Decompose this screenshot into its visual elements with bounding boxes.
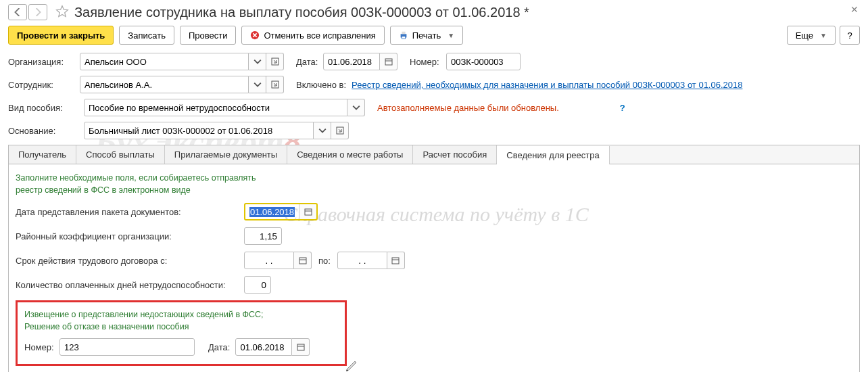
svg-rect-9 (305, 209, 312, 215)
date-input[interactable] (323, 53, 380, 70)
included-link[interactable]: Реестр сведений, необходимых для назначе… (352, 80, 742, 90)
doc-date-input[interactable]: 01.06.2018 (245, 204, 299, 219)
svg-rect-5 (385, 59, 392, 65)
auto-update-warning: Автозаполняемые данные были обновлены. (377, 103, 559, 113)
open-button[interactable] (331, 122, 349, 139)
basis-label: Основание: (8, 126, 84, 136)
page-title: Заявление сотрудника на выплату пособия … (74, 5, 529, 20)
tab-recipient[interactable]: Получатель (9, 145, 76, 164)
basis-input[interactable] (84, 122, 314, 139)
tab-workplace-info[interactable]: Сведения о месте работы (287, 145, 413, 164)
org-input[interactable] (80, 53, 249, 70)
open-button[interactable] (266, 76, 284, 93)
calendar-button[interactable] (299, 204, 316, 219)
number-input[interactable] (446, 53, 521, 70)
contract-label: Срок действия трудового договора с: (16, 256, 244, 266)
chevron-down-icon: ▼ (448, 32, 454, 39)
help-icon[interactable]: ? (620, 103, 625, 113)
save-button[interactable]: Записать (119, 26, 174, 45)
tab-payment-method[interactable]: Способ выплаты (76, 145, 165, 164)
notice-block: Извещение о представлении недостающих св… (16, 300, 347, 366)
benefit-type-input[interactable] (84, 99, 347, 116)
tab-content: Заполните необходимые поля, если собирае… (8, 164, 860, 372)
svg-rect-15 (297, 344, 304, 350)
chevron-down-icon: ▼ (820, 32, 827, 39)
number-label: Номер: (410, 57, 446, 67)
favorite-star-icon[interactable] (55, 5, 69, 20)
open-button[interactable] (266, 53, 284, 70)
notice-line2: Решение об отказе в назначении пособия (24, 321, 338, 333)
employee-label: Сотрудник: (8, 80, 80, 90)
post-and-close-button[interactable]: Провести и закрыть (8, 26, 114, 45)
nav-back-button[interactable] (8, 4, 27, 20)
calendar-button[interactable] (380, 53, 397, 70)
tab-attached-docs[interactable]: Прилагаемые документы (165, 145, 287, 164)
coef-label: Районный коэффициент организации: (16, 231, 244, 241)
nav-forward-button[interactable] (28, 4, 47, 20)
paid-days-label: Количество оплаченных дней нетрудоспособ… (16, 280, 244, 290)
contract-from-input[interactable] (244, 252, 294, 269)
close-icon[interactable]: ✕ (850, 4, 859, 15)
dropdown-button[interactable] (249, 53, 266, 70)
notice-num-input[interactable] (59, 338, 195, 356)
contract-to-input[interactable] (337, 252, 387, 269)
svg-rect-13 (392, 258, 399, 264)
notice-line1: Извещение о представлении недостающих св… (24, 309, 338, 321)
doc-date-label: Дата представления пакета документов: (16, 207, 244, 217)
post-button[interactable]: Провести (180, 26, 237, 45)
more-button[interactable]: Еще ▼ (787, 26, 836, 45)
svg-rect-11 (299, 258, 306, 264)
dropdown-button[interactable] (249, 76, 266, 93)
cancel-icon (250, 30, 260, 40)
included-label: Включено в: (296, 80, 346, 90)
notice-num-label: Номер: (24, 342, 59, 352)
pencil-cursor-icon (345, 359, 358, 372)
tab-calculation[interactable]: Расчет пособия (413, 145, 497, 164)
print-button[interactable]: Печать ▼ (390, 26, 464, 45)
benefit-type-label: Вид пособия: (8, 103, 84, 113)
calendar-button[interactable] (294, 252, 312, 269)
date-label: Дата: (296, 57, 323, 67)
tab-registry-info[interactable]: Сведения для реестра (497, 146, 609, 164)
notice-date-label: Дата: (208, 342, 230, 352)
calendar-button[interactable] (387, 252, 405, 269)
coef-input[interactable] (244, 227, 282, 245)
help-button[interactable]: ? (840, 26, 860, 45)
calendar-button[interactable] (292, 338, 310, 356)
employee-input[interactable] (80, 76, 249, 93)
contract-to-label: по: (318, 256, 331, 266)
printer-icon (399, 30, 408, 40)
tabs-bar: Получатель Способ выплаты Прилагаемые до… (8, 145, 860, 164)
svg-rect-2 (402, 32, 405, 34)
paid-days-input[interactable] (244, 276, 271, 294)
dropdown-button[interactable] (347, 99, 365, 116)
org-label: Организация: (8, 57, 80, 67)
notice-date-input[interactable] (235, 338, 292, 356)
svg-rect-3 (402, 37, 405, 39)
dropdown-button[interactable] (314, 122, 331, 139)
cancel-corrections-button[interactable]: Отменить все исправления (241, 26, 384, 45)
fill-hint: Заполните необходимые поля, если собирае… (16, 172, 852, 196)
